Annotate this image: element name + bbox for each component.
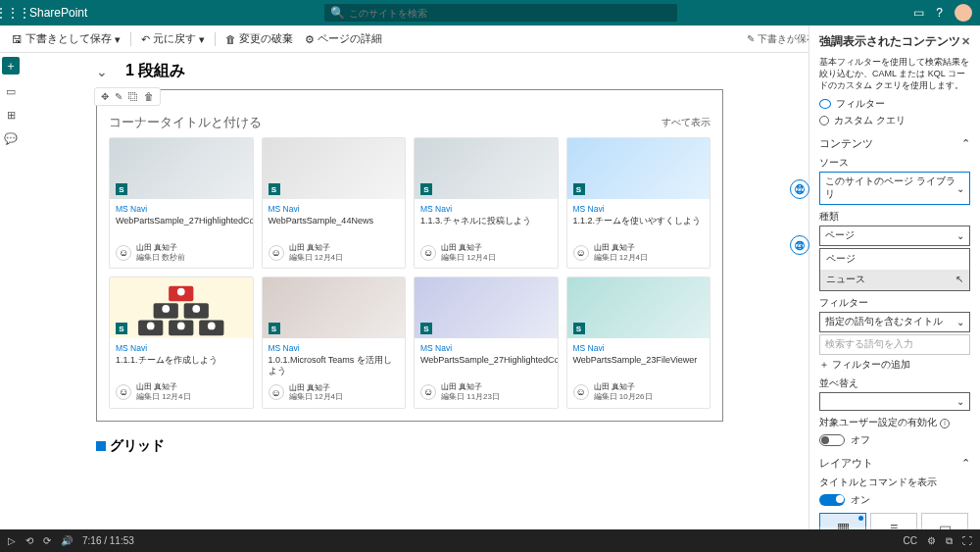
type-select[interactable]: ページ⌄	[819, 226, 970, 246]
content-card[interactable]: SMS Navi1.1.3.チャネルに投稿しよう☺山田 真知子編集日 12月4日	[414, 137, 559, 269]
brand[interactable]: SharePoint	[29, 6, 87, 20]
card-site: MS Navi	[573, 343, 705, 353]
delete-icon[interactable]: 🗑	[144, 91, 154, 102]
grid-section-label: グリッド	[96, 437, 807, 455]
card-thumbnail: S	[567, 138, 710, 199]
card-site: MS Navi	[269, 343, 400, 353]
author-avatar: ☺	[116, 245, 131, 261]
add-filter-link[interactable]: ＋ フィルターの追加	[819, 359, 970, 372]
card-title: 1.0.1.Microsoft Teams を活用しよう	[269, 355, 400, 377]
card-meta: 山田 真知子編集日 12月4日	[289, 243, 344, 262]
skip-back-icon[interactable]: ⟲	[25, 535, 33, 546]
source-label: ソース	[819, 157, 970, 170]
discard-button[interactable]: 🗑変更の破棄	[221, 30, 297, 48]
section-icon[interactable]: ▭	[4, 84, 18, 98]
megaphone-icon[interactable]: ▭	[913, 6, 924, 20]
radio-custom-query[interactable]: カスタム クエリ	[819, 114, 970, 127]
square-bullet-icon	[96, 441, 106, 451]
site-icon: S	[573, 183, 585, 195]
see-all-link[interactable]: すべて表示	[662, 116, 710, 129]
site-icon: S	[116, 323, 127, 334]
site-icon: S	[269, 323, 280, 334]
copy-icon[interactable]: ⿻	[128, 91, 138, 102]
panel-desc: 基本フィルターを使用して検索結果を絞り込むか、CAML または KQL コードの…	[819, 56, 970, 91]
info-icon[interactable]: i	[940, 419, 950, 428]
skip-fwd-icon[interactable]: ⟳	[43, 535, 51, 546]
show-title-toggle[interactable]: オン	[819, 493, 970, 507]
chevron-down-icon: ⌄	[956, 396, 964, 407]
contents-group[interactable]: コンテンツ	[819, 137, 873, 151]
card-thumbnail: S	[263, 138, 406, 199]
card-meta: 山田 真知子編集日 12月4日	[289, 383, 344, 402]
undo-button[interactable]: ↶元に戻す▾	[137, 30, 209, 48]
play-icon[interactable]: ▷	[8, 535, 16, 546]
page-details-button[interactable]: ⚙ページの詳細	[301, 30, 386, 48]
card-site: MS Navi	[573, 204, 705, 214]
suite-bar: ⋮⋮⋮ SharePoint 🔍 ▭ ?	[0, 0, 980, 25]
type-dropdown: ページ ニュース ↖	[819, 248, 970, 291]
chevron-down-icon: ⌄	[956, 317, 964, 327]
settings-icon[interactable]: ⚙	[927, 535, 936, 546]
card-title: WebPartsSample_44News	[269, 216, 400, 237]
fullscreen-icon[interactable]: ⛶	[962, 535, 972, 546]
highlighted-content-webpart[interactable]: ✥ ✎ ⿻ 🗑 コーナータイトルと付ける すべて表示 SMS NaviWebPa…	[96, 89, 807, 422]
content-card[interactable]: SMS NaviWebPartsSample_27HighlightedCont…	[414, 276, 559, 409]
layout-group[interactable]: レイアウト	[819, 457, 873, 471]
filter-select[interactable]: 指定の語句を含むタイトル⌄	[819, 312, 970, 332]
content-card[interactable]: SMS NaviWebPartsSample_23FileViewer☺山田 真…	[566, 276, 711, 409]
content-card[interactable]: SMS Navi1.0.1.Microsoft Teams を活用しよう☺山田 …	[262, 276, 407, 409]
move-icon[interactable]: ✥	[101, 91, 109, 102]
webpart-title[interactable]: コーナータイトルと付ける	[109, 114, 262, 131]
search-box[interactable]: 🔍	[324, 4, 677, 22]
svg-point-12	[208, 323, 216, 330]
chevron-up-icon[interactable]: ⌃	[961, 457, 970, 471]
property-panel: 強調表示されたコンテンツ ✕ 基本フィルターを使用して検索結果を絞り込むか、CA…	[808, 25, 980, 529]
site-icon: S	[116, 183, 127, 195]
search-input[interactable]	[349, 8, 671, 19]
card-title: WebPartsSample_23FileViewer	[573, 355, 705, 376]
grid-icon[interactable]: ⊞	[4, 108, 18, 122]
sort-select[interactable]: ⌄	[819, 392, 970, 411]
content-card[interactable]: SMS NaviWebPartsSample_27HighlightedCont…	[109, 137, 254, 269]
card-site: MS Navi	[116, 204, 247, 214]
type-option-news[interactable]: ニュース ↖	[820, 270, 969, 290]
author-avatar: ☺	[420, 245, 436, 261]
content-card[interactable]: SMS Navi1.1.2.チームを使いやすくしよう☺山田 真知子編集日 12月…	[566, 137, 711, 269]
card-meta: 山田 真知子編集日 11月23日	[441, 382, 500, 401]
svg-point-2	[177, 288, 185, 296]
filter-term-input[interactable]: 検索する語句を入力	[819, 334, 970, 355]
content-card[interactable]: SMS NaviWebPartsSample_44News☺山田 真知子編集日 …	[262, 137, 407, 269]
content-card[interactable]: SMS Navi1.1.1.チームを作成しよう☺山田 真知子編集日 12月4日	[109, 276, 254, 409]
audience-toggle[interactable]: オフ	[819, 433, 970, 447]
add-section-button[interactable]: ＋	[2, 57, 20, 75]
card-title: WebPartsSample_27HighlightedContent	[116, 216, 247, 237]
card-site: MS Navi	[116, 343, 247, 353]
waffle-icon[interactable]: ⋮⋮⋮	[0, 6, 25, 20]
captions-icon[interactable]: CC	[904, 535, 917, 546]
edit-icon[interactable]: ✎	[115, 91, 122, 102]
radio-filter[interactable]: フィルター	[819, 97, 970, 111]
comment-icon[interactable]: 💬	[4, 131, 18, 145]
chevron-up-icon[interactable]: ⌃	[961, 137, 970, 151]
site-icon: S	[269, 183, 280, 195]
close-icon[interactable]: ✕	[961, 35, 970, 48]
card-site: MS Navi	[420, 204, 552, 214]
source-select[interactable]: このサイトのページ ライブラリ⌄	[819, 172, 970, 205]
pip-icon[interactable]: ⧉	[946, 535, 953, 547]
time-display: 7:16 / 11:53	[82, 535, 134, 546]
callout-23: ㉓	[790, 235, 809, 255]
site-icon: S	[420, 323, 432, 334]
chevron-down-icon[interactable]: ⌄	[96, 64, 108, 79]
author-avatar: ☺	[573, 384, 589, 400]
card-title: 1.1.1.チームを作成しよう	[116, 355, 247, 376]
save-draft-button[interactable]: 🖫下書きとして保存▾	[8, 30, 124, 48]
help-icon[interactable]: ?	[936, 6, 943, 20]
svg-point-6	[192, 305, 200, 313]
volume-icon[interactable]: 🔊	[61, 535, 73, 546]
type-label: 種類	[819, 211, 970, 224]
card-site: MS Navi	[420, 343, 552, 353]
card-thumbnail: S	[567, 277, 710, 338]
avatar[interactable]	[955, 4, 972, 22]
section-title: 1 段組み	[125, 61, 185, 81]
type-option-page[interactable]: ページ	[820, 249, 969, 270]
